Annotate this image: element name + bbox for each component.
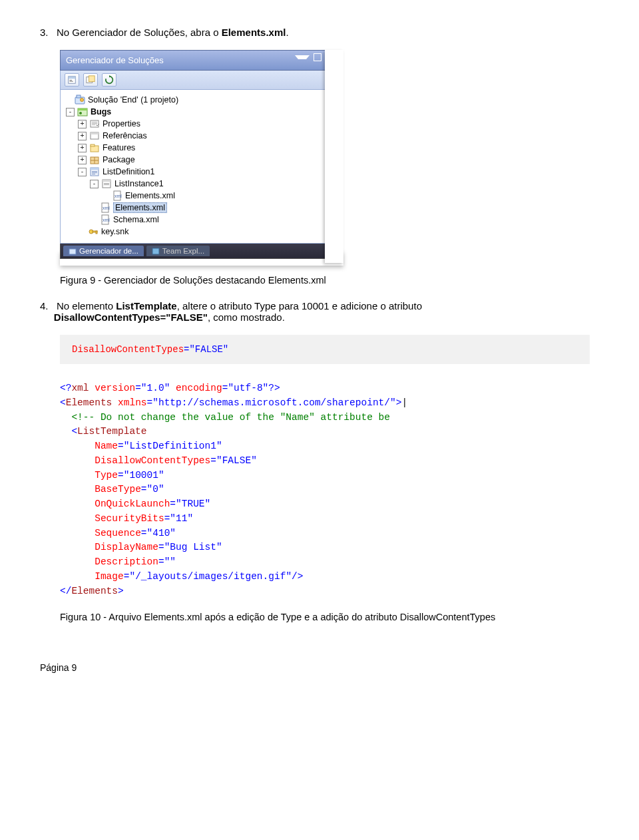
svg-rect-42: [152, 248, 159, 254]
project-label[interactable]: Bugs: [91, 107, 111, 116]
page-footer: Página 9: [40, 662, 599, 673]
tree-item-properties[interactable]: Properties: [103, 119, 140, 128]
features-icon: [89, 142, 100, 153]
svg-rect-17: [91, 132, 99, 134]
step-number: 3.: [40, 27, 49, 38]
expand-toggle[interactable]: +: [78, 144, 87, 152]
svg-point-11: [79, 112, 82, 114]
svg-rect-30: [104, 183, 109, 184]
svg-rect-2: [70, 80, 73, 81]
bottom-tabs: Gerenciador de... Team Expl...: [60, 244, 339, 259]
svg-rect-25: [92, 171, 97, 172]
expand-toggle[interactable]: -: [90, 180, 99, 188]
tree-item-schema[interactable]: Schema.xml: [113, 215, 159, 224]
code-val: "FALSE": [189, 344, 228, 355]
tree-item-package[interactable]: Package: [103, 155, 135, 164]
svg-point-8: [81, 99, 84, 102]
folder-icon: [89, 118, 100, 129]
svg-rect-27: [92, 174, 95, 174]
xml-file-icon: xml: [100, 214, 110, 225]
figure-9-caption: Figura 9 - Gerenciador de Soluções desta…: [60, 275, 599, 286]
svg-rect-31: [104, 184, 109, 185]
pin-icon[interactable]: [314, 53, 321, 61]
tree-item-elements-selected[interactable]: Elements.xml: [113, 202, 167, 213]
svg-rect-13: [92, 122, 97, 122]
tree-item-elements-instance[interactable]: Elements.xml: [125, 191, 175, 200]
tab-team-explorer[interactable]: Team Expl...: [146, 246, 210, 256]
svg-text:xml: xml: [103, 218, 110, 222]
tab-solution-explorer[interactable]: Gerenciador de...: [63, 246, 144, 256]
expand-toggle[interactable]: -: [66, 108, 75, 116]
tree-view[interactable]: Solução 'End' (1 projeto) - Bugs + Prope…: [60, 90, 339, 244]
svg-rect-19: [91, 144, 95, 146]
expand-toggle[interactable]: +: [78, 156, 87, 164]
svg-text:xml: xml: [114, 194, 122, 198]
svg-rect-1: [69, 77, 76, 79]
listdef-icon: [89, 166, 100, 177]
toolbar-showall-button[interactable]: [83, 73, 98, 87]
step-bold: Elements.xml: [222, 27, 286, 38]
tree-item-features[interactable]: Features: [103, 143, 135, 152]
panel-titlebar: Gerenciador de Soluções ×: [60, 50, 339, 71]
xml-file-icon: xml: [112, 190, 122, 201]
tab-label: Gerenciador de...: [79, 247, 138, 255]
toolbar-refresh-button[interactable]: [102, 73, 116, 87]
expand-toggle[interactable]: +: [78, 132, 87, 140]
toolbar-properties-button[interactable]: [65, 73, 79, 87]
step-3: 3. No Gerenciador de Soluções, abra o El…: [40, 27, 599, 38]
step-bold: ListTemplate: [116, 300, 176, 312]
svg-rect-15: [92, 124, 95, 125]
project-icon: [77, 106, 88, 117]
tree-item-listinstance[interactable]: ListInstance1: [114, 179, 164, 188]
code-snippet-box: DisallowContentTypes="FALSE": [60, 335, 590, 364]
tree-item-references[interactable]: Referências: [103, 131, 147, 140]
panel-toolbar: [60, 71, 339, 90]
panel-title-text: Gerenciador de Soluções: [66, 55, 164, 65]
xml-file-icon: xml: [100, 202, 110, 213]
references-icon: [89, 130, 100, 141]
code-attr: DisallowContentTypes: [72, 344, 184, 355]
solution-label[interactable]: Solução 'End' (1 projeto): [88, 95, 178, 105]
expand-toggle[interactable]: +: [78, 120, 87, 128]
package-icon: [89, 154, 100, 165]
key-icon: [88, 226, 99, 237]
step-text: No elemento: [57, 300, 116, 312]
listinstance-icon: [101, 178, 112, 189]
xml-listing: <?xml version="1.0" encoding="utf-8"?> <…: [60, 381, 599, 598]
step-bold: DisallowContentTypes="FALSE": [54, 312, 208, 323]
svg-rect-24: [91, 168, 99, 170]
svg-text:xml: xml: [103, 206, 110, 210]
svg-rect-5: [89, 76, 95, 82]
step-text: , altere o atributo Type para 10001 e ad…: [177, 300, 422, 312]
svg-rect-7: [77, 95, 81, 98]
solution-explorer-panel: Gerenciador de Soluções × Solução 'End' …: [60, 50, 339, 259]
expand-toggle[interactable]: -: [78, 168, 87, 176]
svg-rect-41: [69, 249, 76, 254]
svg-rect-10: [78, 108, 87, 110]
step-number: 4.: [40, 300, 49, 312]
solution-icon: [75, 95, 85, 105]
svg-rect-40: [96, 231, 97, 234]
step-text: , como mostrado.: [208, 312, 285, 323]
step-text: No Gerenciador de Soluções, abra o: [57, 27, 222, 38]
svg-rect-26: [92, 172, 97, 173]
close-icon[interactable]: ×: [325, 53, 333, 61]
dropdown-icon[interactable]: [295, 55, 310, 67]
tree-item-key[interactable]: key.snk: [101, 227, 128, 236]
svg-rect-29: [103, 180, 110, 182]
tree-item-listdef[interactable]: ListDefinition1: [103, 167, 155, 176]
tab-label: Team Expl...: [162, 247, 204, 255]
figure-10-caption: Figura 10 - Arquivo Elements.xml após a …: [60, 612, 599, 622]
step-4: 4. No elemento ListTemplate, altere o at…: [40, 300, 599, 323]
svg-rect-14: [92, 123, 97, 124]
svg-rect-3: [70, 81, 73, 82]
step-suffix: .: [286, 27, 288, 38]
